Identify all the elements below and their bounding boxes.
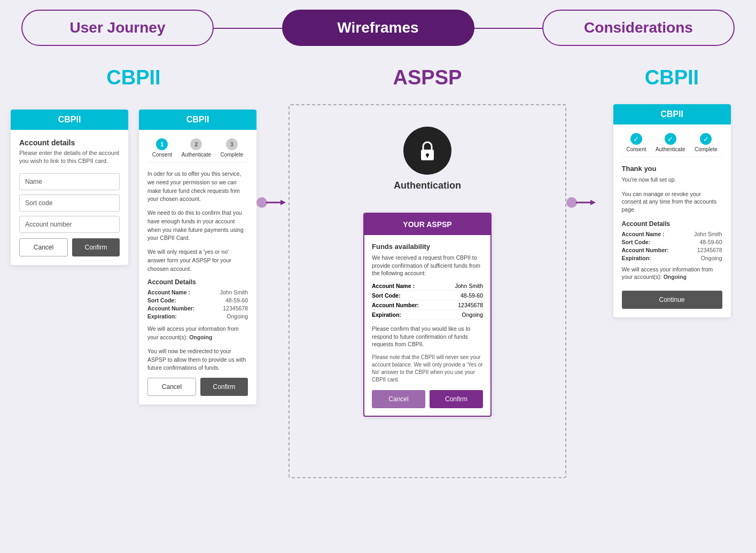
steps-row: 1 Consent 2 Authenticate 3 Complete [147, 138, 248, 162]
aspsp-section: ASPSP Authentication YOUR ASPSP [289, 66, 566, 478]
card3-exp-value: Ongoing [701, 255, 722, 261]
card2-name-row: Account Name : John Smith [147, 289, 248, 295]
step-1-label: Consent [152, 152, 172, 158]
card2-header: CBPII [139, 110, 256, 130]
card2-para2: We need to do this to confirm that you h… [147, 209, 248, 243]
thankyou-desc2: You can manage or revoke your consent at… [622, 190, 722, 214]
nav-user-journey[interactable]: User Journey [21, 10, 214, 46]
card3-body: ✓ Consent ✓ Authenticate ✓ Complete Than… [613, 124, 731, 317]
aspsp-name-value: John Smith [455, 283, 483, 289]
card2-cancel-button[interactable]: Cancel [147, 378, 196, 396]
card2-confirm-button[interactable]: Confirm [200, 378, 248, 396]
complete-card: CBPII ✓ Consent ✓ Authenticate ✓ [613, 104, 731, 317]
aspsp-confirm-button[interactable]: Confirm [430, 390, 483, 408]
aspsp-dashed-box: Authentication YOUR ASPSP Funds availabi… [289, 104, 566, 478]
check-3-icon: ✓ [700, 133, 712, 145]
step-2-label: Authenticate [181, 152, 211, 158]
aspsp-name-label: Account Name : [372, 283, 415, 289]
nav-considerations[interactable]: Considerations [542, 10, 735, 46]
aspsp-acct-value: 12345678 [458, 302, 483, 308]
step-2-circle: 2 [190, 138, 202, 150]
card2-sort-label: Sort Code: [147, 297, 176, 303]
step-3: 3 Complete [220, 138, 243, 158]
card2-sort-row: Sort Code: 48-59-60 [147, 297, 248, 303]
account-number-field[interactable]: Account number [19, 216, 120, 233]
card3-acct-row: Account Number: 12345678 [622, 247, 722, 253]
card1-confirm-button[interactable]: Confirm [72, 238, 120, 256]
thankyou-title: Thank you [622, 165, 722, 173]
step-2: 2 Authenticate [181, 138, 211, 158]
card2-exp-label: Expiration: [147, 313, 177, 320]
step-3-label: Complete [220, 152, 243, 158]
aspsp-exp-label: Expiration: [372, 311, 401, 318]
card3-exp-row: Expiration: Ongoing [622, 255, 722, 261]
card3-account-title: Account Details [622, 220, 722, 228]
card2-acct-value: 12345678 [223, 305, 248, 311]
funds-title: Funds availability [372, 243, 483, 251]
card2-acct-row: Account Number: 12345678 [147, 305, 248, 311]
card2-account-title: Account Details [147, 278, 248, 286]
card2-account-details: Account Details Account Name : John Smit… [147, 278, 248, 320]
aspsp-exp-row: Expiration: Ongoing [372, 311, 483, 320]
card3-acct-value: 12345678 [697, 247, 722, 253]
svg-marker-2 [280, 200, 286, 205]
right-cbpii-title: CBPII [645, 66, 699, 89]
aspsp-card: YOUR ASPSP Funds availability We have re… [363, 213, 492, 417]
left-cbpii-title: CBPII [106, 66, 160, 89]
main-content: CBPII CBPII Account details Please enter… [0, 56, 756, 500]
aspsp-card-header: YOUR ASPSP [364, 214, 490, 235]
svg-marker-8 [590, 200, 596, 205]
svg-rect-5 [427, 155, 428, 158]
card2-para1: In oder for us to offer you this service… [147, 170, 248, 204]
right-cbpii-section: CBPII CBPII ✓ Consent ✓ Authenticate [598, 66, 745, 317]
check-3-label: Complete [695, 146, 718, 152]
card2-access-text: We will access your information from you… [147, 325, 248, 342]
right-arrow-connector [566, 194, 598, 211]
card3-name-label: Account Name : [622, 231, 665, 237]
right-cards-row: CBPII ✓ Consent ✓ Authenticate ✓ [613, 104, 731, 317]
account-details-desc: Please enter the details of the account … [19, 149, 120, 166]
card3-name-row: Account Name : John Smith [622, 231, 722, 237]
card2-redirect-text: You will now be redirected to your ASPSP… [147, 347, 248, 372]
auth-container: Authentication [394, 127, 461, 191]
top-navigation: User Journey Wireframes Considerations [0, 0, 756, 56]
check-2-icon: ✓ [665, 133, 676, 145]
continue-button[interactable]: Continue [622, 291, 722, 309]
step-1: 1 Consent [152, 138, 172, 158]
check-1-icon: ✓ [630, 133, 642, 145]
card3-exp-label: Expiration: [622, 255, 651, 261]
aspsp-sort-row: Sort Code: 48-59-60 [372, 292, 483, 300]
auth-lock-icon [403, 127, 451, 175]
card3-sort-label: Sort Code: [622, 239, 651, 245]
aspsp-acct-label: Account Number: [372, 302, 419, 308]
card3-access-text: We will access your information from you… [622, 266, 722, 281]
aspsp-name-row: Account Name : John Smith [372, 283, 483, 291]
funds-desc: We have received a request from CBPII to… [372, 254, 483, 277]
check-1-label: Consent [626, 146, 646, 152]
check-2-label: Authenticate [656, 146, 685, 152]
account-details-heading: Account details [19, 138, 120, 147]
thankyou-desc1: You're now full set up. [622, 176, 722, 184]
nav-wireframes[interactable]: Wireframes [282, 10, 474, 46]
svg-point-6 [566, 197, 577, 208]
aspsp-exp-value: Ongoing [462, 311, 483, 318]
card2-exp-row: Expiration: Ongoing [147, 313, 248, 320]
step-3-circle: 3 [226, 138, 238, 150]
card1-cancel-button[interactable]: Cancel [19, 238, 68, 256]
card1-body: Account details Please enter the details… [11, 130, 128, 265]
name-field[interactable]: Name [19, 173, 120, 190]
left-arrow-connector [256, 194, 289, 211]
aspsp-sort-label: Sort Code: [372, 292, 401, 299]
funds-confirm-text: Please confirm that you would like us to… [372, 325, 483, 348]
card2-acct-label: Account Number: [147, 305, 194, 311]
card3-header: CBPII [613, 104, 731, 124]
aspsp-cancel-button[interactable]: Cancel [372, 390, 425, 408]
card2-name-label: Account Name : [147, 289, 190, 295]
card2-body: 1 Consent 2 Authenticate 3 Complete In o… [139, 130, 256, 404]
card1-header: CBPII [11, 110, 128, 130]
aspsp-acct-row: Account Number: 12345678 [372, 302, 483, 310]
sort-code-field[interactable]: Sort code [19, 194, 120, 212]
card3-sort-value: 48-59-60 [699, 239, 722, 245]
card2-sort-value: 48-59-60 [225, 297, 248, 303]
aspsp-sort-value: 48-59-60 [461, 292, 483, 299]
